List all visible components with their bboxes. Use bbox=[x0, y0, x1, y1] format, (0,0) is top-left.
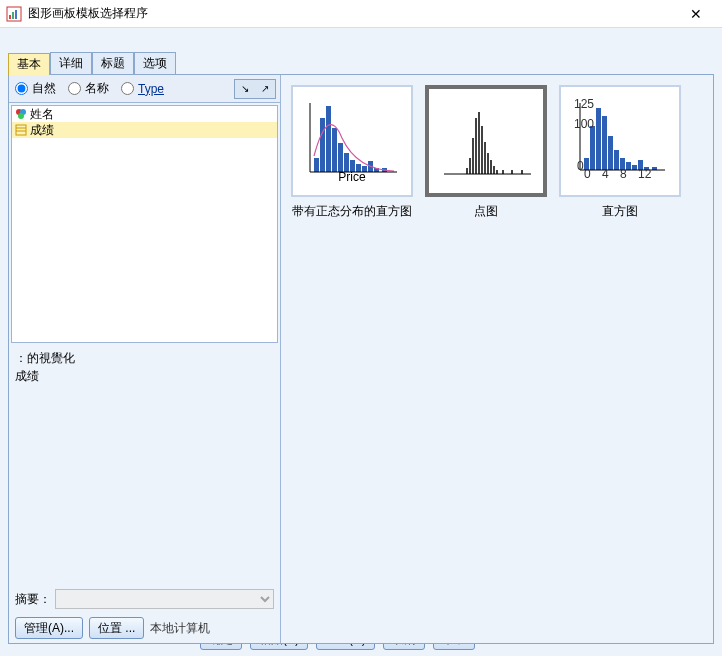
template-gallery: Price 带有正态分布的直方图 bbox=[281, 75, 713, 643]
tab-options[interactable]: 选项 bbox=[134, 52, 176, 74]
svg-rect-3 bbox=[15, 10, 17, 19]
svg-rect-35 bbox=[490, 160, 492, 174]
radio-natural-label: 自然 bbox=[32, 80, 56, 97]
radio-natural[interactable]: 自然 bbox=[13, 80, 56, 97]
variable-item[interactable]: 成绩 bbox=[12, 122, 277, 138]
titlebar: 图形画板模板选择程序 ✕ bbox=[0, 0, 722, 28]
svg-text:100: 100 bbox=[574, 117, 594, 131]
svg-rect-32 bbox=[481, 126, 483, 174]
thumb-frame: 1251000 04812 bbox=[559, 85, 681, 197]
tabstrip: 基本 详细 标题 选项 bbox=[8, 52, 714, 74]
svg-text:12: 12 bbox=[638, 167, 652, 181]
svg-text:Price: Price bbox=[338, 170, 366, 184]
svg-rect-34 bbox=[487, 153, 489, 174]
svg-text:0: 0 bbox=[584, 167, 591, 181]
viz-label: ：的視覺化 bbox=[15, 349, 274, 367]
radio-name-input[interactable] bbox=[68, 82, 81, 95]
sort-asc-button[interactable]: ↘ bbox=[235, 80, 255, 98]
app-icon bbox=[6, 6, 22, 22]
nominal-icon bbox=[15, 108, 27, 120]
thumb-caption: 点图 bbox=[425, 203, 547, 220]
radio-type-label: Type bbox=[138, 82, 164, 96]
svg-text:4: 4 bbox=[602, 167, 609, 181]
radio-name-label: 名称 bbox=[85, 80, 109, 97]
svg-rect-14 bbox=[332, 128, 337, 172]
svg-rect-38 bbox=[502, 170, 504, 174]
svg-rect-40 bbox=[521, 170, 523, 174]
svg-rect-45 bbox=[596, 108, 601, 170]
template-dotplot[interactable]: 点图 bbox=[425, 85, 547, 220]
svg-rect-28 bbox=[469, 158, 471, 174]
thumb-frame bbox=[425, 85, 547, 197]
svg-point-6 bbox=[18, 113, 24, 119]
template-histogram-normal[interactable]: Price 带有正态分布的直方图 bbox=[291, 85, 413, 220]
content-area: 基本 详细 标题 选项 自然 名称 Type ↘ ↗ 姓名 bbox=[0, 28, 722, 656]
svg-text:0: 0 bbox=[577, 159, 584, 173]
svg-rect-30 bbox=[475, 118, 477, 174]
tab-body: 自然 名称 Type ↘ ↗ 姓名 成绩 ：的視覺化 bbox=[8, 74, 714, 644]
svg-rect-11 bbox=[314, 158, 319, 172]
svg-rect-29 bbox=[472, 138, 474, 174]
svg-rect-2 bbox=[12, 12, 14, 19]
svg-rect-15 bbox=[338, 143, 343, 172]
location-info: 本地计算机 bbox=[150, 620, 210, 637]
thumb-caption: 直方图 bbox=[559, 203, 681, 220]
thumb-caption: 带有正态分布的直方图 bbox=[291, 203, 413, 220]
scale-icon bbox=[15, 124, 27, 136]
tab-title[interactable]: 标题 bbox=[92, 52, 134, 74]
visualization-of-box: ：的視覺化 成绩 bbox=[9, 345, 280, 405]
sort-buttons: ↘ ↗ bbox=[234, 79, 276, 99]
hist-normal-icon: Price bbox=[302, 98, 402, 184]
dotplot-icon bbox=[436, 98, 536, 184]
hist-icon: 1251000 04812 bbox=[570, 98, 670, 184]
manage-button[interactable]: 管理(A)... bbox=[15, 617, 83, 639]
thumb-frame: Price bbox=[291, 85, 413, 197]
close-button[interactable]: ✕ bbox=[676, 1, 716, 27]
variable-list[interactable]: 姓名 成绩 bbox=[11, 105, 278, 343]
radio-natural-input[interactable] bbox=[15, 82, 28, 95]
radio-type[interactable]: Type bbox=[119, 82, 164, 96]
svg-rect-37 bbox=[496, 170, 498, 174]
svg-text:125: 125 bbox=[574, 98, 594, 111]
variable-item[interactable]: 姓名 bbox=[12, 106, 277, 122]
svg-rect-47 bbox=[608, 136, 613, 170]
svg-rect-46 bbox=[602, 116, 607, 170]
sort-desc-button[interactable]: ↗ bbox=[255, 80, 275, 98]
radio-name[interactable]: 名称 bbox=[66, 80, 109, 97]
svg-rect-39 bbox=[511, 170, 513, 174]
svg-rect-1 bbox=[9, 15, 11, 19]
summary-row: 摘要： bbox=[9, 585, 280, 613]
left-panel: 自然 名称 Type ↘ ↗ 姓名 成绩 ：的視覺化 bbox=[9, 75, 281, 643]
svg-rect-33 bbox=[484, 142, 486, 174]
variable-label: 成绩 bbox=[30, 122, 54, 139]
svg-rect-48 bbox=[614, 150, 619, 170]
tab-detail[interactable]: 详细 bbox=[50, 52, 92, 74]
location-button[interactable]: 位置 ... bbox=[89, 617, 144, 639]
tab-basic[interactable]: 基本 bbox=[8, 53, 50, 75]
svg-rect-50 bbox=[626, 162, 631, 170]
window-title: 图形画板模板选择程序 bbox=[28, 5, 676, 22]
svg-rect-7 bbox=[16, 125, 26, 135]
sort-radio-row: 自然 名称 Type ↘ ↗ bbox=[9, 75, 280, 103]
svg-text:8: 8 bbox=[620, 167, 627, 181]
svg-rect-44 bbox=[590, 126, 595, 170]
spacer bbox=[9, 405, 280, 585]
svg-rect-27 bbox=[466, 168, 468, 174]
summary-select[interactable] bbox=[55, 589, 274, 609]
radio-type-input[interactable] bbox=[121, 82, 134, 95]
variable-label: 姓名 bbox=[30, 106, 54, 123]
svg-rect-36 bbox=[493, 166, 495, 174]
svg-rect-13 bbox=[326, 106, 331, 172]
manage-row: 管理(A)... 位置 ... 本地计算机 bbox=[9, 613, 280, 643]
svg-rect-12 bbox=[320, 118, 325, 172]
viz-var: 成绩 bbox=[15, 367, 274, 385]
svg-rect-31 bbox=[478, 112, 480, 174]
template-histogram[interactable]: 1251000 04812 直方图 bbox=[559, 85, 681, 220]
svg-rect-51 bbox=[632, 165, 637, 170]
summary-label: 摘要： bbox=[15, 591, 51, 608]
